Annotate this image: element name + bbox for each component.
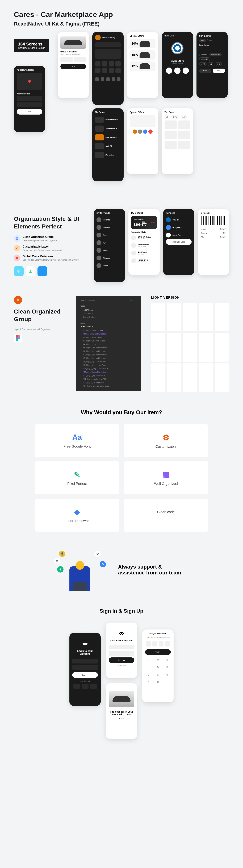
layer-item[interactable]: # 12_Light_create new PIN: [80, 377, 137, 381]
signup-button[interactable]: Sign up: [109, 657, 134, 663]
keypad-key[interactable]: 9: [164, 672, 171, 677]
layer-item[interactable]: # 1_Light_splash screen: [80, 329, 137, 332]
facebook-button[interactable]: [73, 684, 80, 689]
layers-tab[interactable]: Layers: [80, 299, 86, 301]
category-icon[interactable]: [102, 61, 107, 66]
reset-button[interactable]: Reset: [199, 69, 211, 73]
signin-button[interactable]: Sign in: [72, 672, 98, 678]
rating-pill[interactable]: ★ All: [199, 62, 207, 66]
filter-pill[interactable]: New: [199, 39, 206, 42]
verify-button[interactable]: Verify: [145, 649, 171, 655]
layer-item[interactable]: # 14_Light_account setup succ...: [80, 384, 137, 388]
offer-card[interactable]: 12%: [130, 61, 155, 71]
page-item[interactable]: Light Theme: [80, 308, 137, 312]
page-item[interactable]: Dark Theme: [80, 312, 137, 315]
offer-card[interactable]: 20%: [130, 39, 155, 49]
layer-item[interactable]: # 8_Light_sign in blank form: [80, 360, 137, 363]
contact-item[interactable]: Maryland: [96, 254, 122, 262]
order-item[interactable]: Tesla Model S: [95, 124, 121, 133]
keypad-key[interactable]: 2: [154, 658, 161, 663]
sort-pill[interactable]: Price High: [199, 58, 210, 61]
payment-method[interactable]: Apple Pay: [166, 231, 192, 239]
order-item[interactable]: Mercedes: [95, 151, 121, 159]
otp-input[interactable]: [152, 641, 157, 647]
layer-item[interactable]: # 9_Light_sign in filled form: [80, 363, 137, 367]
tab-home-icon[interactable]: [95, 78, 99, 81]
avatar[interactable]: [95, 35, 101, 40]
password-input[interactable]: [109, 651, 134, 656]
assets-tab[interactable]: Assets: [89, 299, 95, 301]
layer-item[interactable]: # 6_Light_sign up filled form: [80, 349, 137, 353]
filter-pill[interactable]: Used: [207, 39, 214, 42]
otp-input[interactable]: [165, 641, 170, 647]
reviewer-avatar[interactable]: [143, 129, 147, 134]
transaction-item[interactable]: Top Up WalletDec 14, 2024: [131, 242, 157, 249]
page-item[interactable]: Design System: [80, 315, 137, 319]
keypad-key[interactable]: 3: [164, 658, 171, 663]
contact-item[interactable]: Florence: [96, 216, 122, 224]
offer-card[interactable]: 15%: [130, 50, 155, 60]
rating-pill[interactable]: ★ 5: [208, 62, 214, 66]
layer-item[interactable]: # 2_Light_walkthrough: [80, 336, 137, 339]
keypad-key[interactable]: 4: [145, 665, 152, 670]
layer-item[interactable]: # 4_Light_lets you in: [80, 342, 137, 346]
tab-orders-icon[interactable]: [101, 78, 104, 81]
layer-item[interactable]: # 10_Light_forgot password m...: [80, 367, 137, 370]
transaction-item[interactable]: Audi SportDec 15, 2024: [131, 249, 157, 257]
contact-item[interactable]: Janet: [96, 231, 122, 239]
brand-pill[interactable]: All: [164, 115, 170, 119]
buy-button[interactable]: Buy: [60, 64, 86, 69]
apple-button[interactable]: [90, 684, 97, 689]
order-item[interactable]: Ford Mustang: [95, 133, 121, 142]
category-icon[interactable]: [115, 68, 121, 73]
add-button[interactable]: Add: [17, 109, 42, 115]
category-icon[interactable]: [109, 68, 114, 73]
add-card-button[interactable]: Add New Card: [166, 239, 192, 245]
reviewer-avatar[interactable]: [133, 129, 137, 134]
keypad-key[interactable]: 1: [145, 658, 152, 663]
keypad-key[interactable]: 6: [164, 665, 171, 670]
apply-button[interactable]: Apply: [213, 69, 225, 73]
order-item[interactable]: BMW M4 Series: [95, 115, 121, 124]
contact-item[interactable]: Brandon: [96, 224, 122, 231]
action-button[interactable]: [183, 67, 189, 74]
contact-item[interactable]: Pedro: [96, 262, 122, 270]
google-button[interactable]: [82, 684, 89, 689]
contact-item[interactable]: Keanu: [96, 247, 122, 254]
transaction-item[interactable]: BMW M4 SeriesDec 15, 2024: [131, 234, 157, 242]
tab-inbox-icon[interactable]: [106, 78, 110, 81]
reviewer-avatar[interactable]: [138, 129, 142, 134]
category-icon[interactable]: [102, 68, 107, 73]
email-input[interactable]: [109, 645, 134, 649]
category-icon[interactable]: [109, 61, 114, 66]
layer-item[interactable]: # MaterialMaster.Navigation: [80, 332, 137, 336]
layer-item[interactable]: # 7_Light_sign up blank form: [80, 353, 137, 356]
layer-item[interactable]: # 11_Light_otp code blank: [80, 374, 137, 377]
brand-pill[interactable]: BMW: [171, 115, 179, 119]
transaction-item[interactable]: Honda CR-VDec 15, 2024: [131, 257, 157, 265]
category-icon[interactable]: [95, 61, 100, 66]
brand-pill[interactable]: Audi: [180, 115, 187, 119]
email-input[interactable]: [72, 659, 98, 663]
keypad-key[interactable]: 0: [154, 679, 161, 685]
contact-item[interactable]: Tyra: [96, 239, 122, 247]
sort-pill[interactable]: Popular: [199, 53, 209, 56]
layer-item[interactable]: # 13_Light_set fingerprint: [80, 381, 137, 384]
action-button[interactable]: [166, 67, 172, 74]
order-item[interactable]: Audi Q7: [95, 142, 121, 151]
keypad-key[interactable]: 7: [145, 672, 152, 677]
rating-pill[interactable]: ★ 4: [215, 62, 222, 66]
password-input[interactable]: [72, 665, 98, 670]
category-icon[interactable]: [95, 68, 100, 73]
payment-method[interactable]: Google Pay: [166, 224, 192, 231]
keypad-delete[interactable]: ⌫: [164, 679, 171, 685]
category-icon[interactable]: [115, 61, 121, 66]
layer-item[interactable]: # MaterialMaster.Navigation: [80, 370, 137, 374]
keypad-key[interactable]: 5: [154, 665, 161, 670]
payment-method[interactable]: PayPal: [166, 216, 192, 224]
action-button[interactable]: [174, 67, 181, 74]
reviewer-avatar[interactable]: [148, 129, 153, 134]
layer-item[interactable]: # 5_Light_sign up blank form: [80, 346, 137, 349]
layer-item[interactable]: # 7_Light_sign up filled form: [80, 356, 137, 360]
sort-pill[interactable]: Most Recent: [210, 53, 222, 56]
